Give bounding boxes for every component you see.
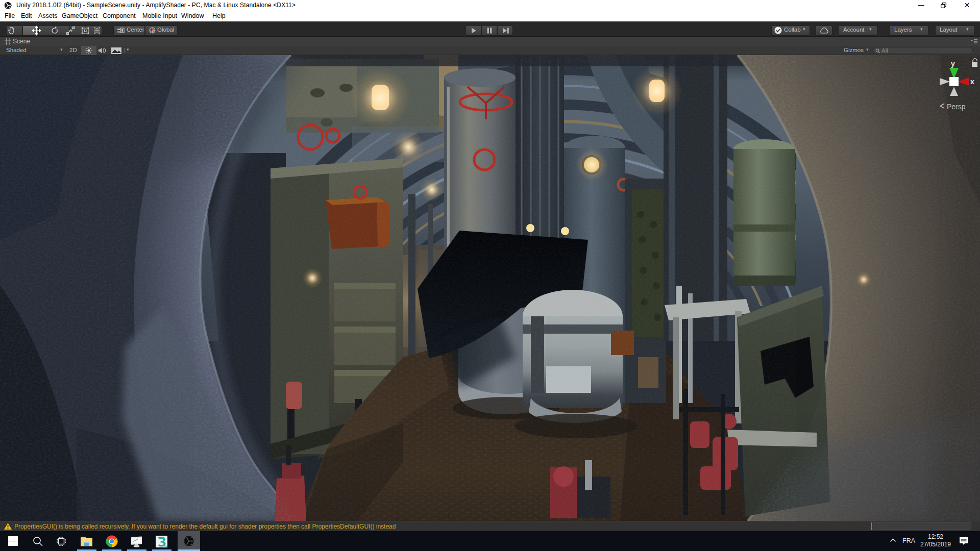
svg-text:Persp: Persp [947,103,966,111]
svg-text:x: x [970,78,974,86]
svg-text:MAX: MAX [164,545,167,547]
svg-text:y: y [951,60,955,68]
